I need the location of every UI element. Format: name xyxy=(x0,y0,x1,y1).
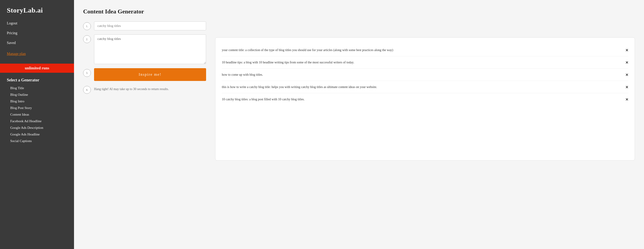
main-content: Content Idea Generator 1. 2. catchy blog… xyxy=(74,0,644,249)
step3-row: 3. Inspire me! xyxy=(83,68,206,81)
generator-list: Blog Title Blog Outline Blog Intro Blog … xyxy=(0,85,74,144)
result-item: this is how to write a catchy blog title… xyxy=(222,81,628,93)
result-close-button[interactable]: ✕ xyxy=(624,85,628,89)
result-close-button[interactable]: ✕ xyxy=(624,97,628,102)
sidebar-item-google-ads-headline[interactable]: Google Ads Headline xyxy=(10,131,74,138)
sidebar: StoryLab.ai Logout Pricing Saved Manage … xyxy=(0,0,74,249)
inspire-button[interactable]: Inspire me! xyxy=(94,68,206,81)
step1-input[interactable] xyxy=(94,22,206,30)
result-text: how to come up with blog titles. xyxy=(222,72,624,77)
sidebar-item-facebook-ad-headline[interactable]: Facebook Ad Headline xyxy=(10,118,74,125)
step3-circle: 3. xyxy=(83,69,91,77)
sidebar-item-blog-outline[interactable]: Blog Outline xyxy=(10,91,74,98)
result-item: 10 headline tips: a blog with 10 headlin… xyxy=(222,56,628,69)
result-item: your content title: a collection of the … xyxy=(222,44,628,56)
form-section: 1. 2. catchy blog titles 3. Inspire me! … xyxy=(83,22,206,94)
page-title: Content Idea Generator xyxy=(83,8,635,15)
nav-pricing[interactable]: Pricing xyxy=(7,29,67,38)
top-nav: Logout Pricing Saved Manage plan xyxy=(0,19,74,59)
sidebar-item-social-captions[interactable]: Social Captions xyxy=(10,138,74,144)
form-column: 1. 2. catchy blog titles 3. Inspire me! … xyxy=(83,22,206,241)
result-close-button[interactable]: ✕ xyxy=(624,73,628,77)
result-close-button[interactable]: ✕ xyxy=(624,48,628,53)
sidebar-item-blog-intro[interactable]: Blog Intro xyxy=(10,98,74,105)
sidebar-item-blog-title[interactable]: Blog Title xyxy=(10,85,74,91)
result-close-button[interactable]: ✕ xyxy=(624,60,628,65)
step2-circle: 2. xyxy=(83,35,91,43)
result-text: 10 catchy blog titles: a blog post fille… xyxy=(222,97,624,102)
content-area: 1. 2. catchy blog titles 3. Inspire me! … xyxy=(83,22,635,241)
step2-row: 2. catchy blog titles xyxy=(83,35,206,64)
nav-saved[interactable]: Saved xyxy=(7,38,67,48)
sidebar-item-blog-post-story[interactable]: Blog Post Story xyxy=(10,105,74,111)
result-item: how to come up with blog titles.✕ xyxy=(222,69,628,81)
select-generator-title: Select a Generator xyxy=(0,73,74,85)
step1-row: 1. xyxy=(83,22,206,30)
result-text: your content title: a collection of the … xyxy=(222,48,624,53)
wait-message: Hang tight! AI may take up to 30 seconds… xyxy=(94,85,206,91)
result-text: 10 headline tips: a blog with 10 headlin… xyxy=(222,60,624,65)
sidebar-item-google-ads-description[interactable]: Google Ads Description xyxy=(10,125,74,131)
app-logo: StoryLab.ai xyxy=(0,0,74,19)
step4-row: 4. Hang tight! AI may take up to 30 seco… xyxy=(83,85,206,94)
result-text: this is how to write a catchy blog title… xyxy=(222,85,624,89)
unlimited-runs-badge: unlimited runs xyxy=(0,64,74,73)
step4-circle: 4. xyxy=(83,86,91,94)
result-item: 10 catchy blog titles: a blog post fille… xyxy=(222,93,628,105)
sidebar-item-content-ideas[interactable]: Content Ideas xyxy=(10,111,74,118)
manage-plan-link[interactable]: Manage plan xyxy=(7,49,67,59)
results-panel: your content title: a collection of the … xyxy=(215,37,635,160)
nav-logout[interactable]: Logout xyxy=(7,19,67,28)
step2-textarea[interactable]: catchy blog titles xyxy=(94,35,206,64)
step1-circle: 1. xyxy=(83,22,91,30)
